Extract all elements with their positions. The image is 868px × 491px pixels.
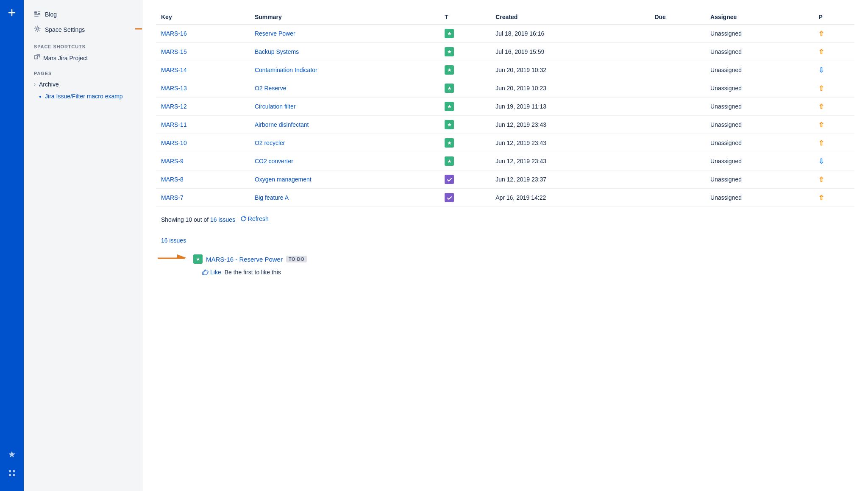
space-shortcuts-title: SPACE SHORTCUTS	[24, 37, 142, 52]
cell-created: Apr 16, 2019 14:22	[490, 189, 649, 207]
refresh-button[interactable]: Refresh	[240, 215, 269, 222]
issues-table-section: Key Summary T Created Due Assignee P MAR…	[156, 10, 854, 223]
cell-assignee: Unassigned	[705, 24, 813, 43]
sidebar-item-jira-filter[interactable]: ● Jira Issue/Filter macro examp	[24, 90, 142, 102]
arrow-annotation-2	[156, 252, 190, 266]
table-row: MARS-14Contamination IndicatorJun 20, 20…	[156, 61, 854, 79]
arrow-annotation-1	[134, 23, 142, 36]
cell-assignee: Unassigned	[705, 152, 813, 170]
summary-link[interactable]: Airborne disinfectant	[255, 121, 309, 128]
like-button[interactable]: Like	[202, 269, 221, 276]
single-issue-key: MARS-16	[206, 256, 234, 263]
cell-created: Jun 19, 2019 11:13	[490, 98, 649, 116]
cell-key: MARS-13	[156, 79, 250, 98]
key-link[interactable]: MARS-13	[161, 85, 187, 92]
cell-key: MARS-15	[156, 43, 250, 61]
type-icon	[445, 193, 454, 202]
cell-assignee: Unassigned	[705, 116, 813, 134]
cell-summary: Airborne disinfectant	[250, 116, 440, 134]
like-label: Like	[210, 269, 221, 276]
table-row: MARS-11Airborne disinfectantJun 12, 2019…	[156, 116, 854, 134]
type-icon	[445, 47, 454, 56]
refresh-separator	[237, 216, 239, 223]
blog-label: Blog	[45, 11, 57, 18]
key-link[interactable]: MARS-15	[161, 48, 187, 55]
chevron-icon: ›	[34, 81, 36, 87]
summary-link[interactable]: CO2 converter	[255, 158, 293, 165]
like-section: Like Be the first to like this	[197, 267, 854, 277]
cell-type	[440, 189, 490, 207]
issues-count-link[interactable]: 16 issues	[210, 216, 235, 223]
key-link[interactable]: MARS-14	[161, 67, 187, 73]
summary-link[interactable]: Oxygen management	[255, 176, 312, 183]
summary-link[interactable]: Circulation filter	[255, 103, 295, 110]
summary-link[interactable]: Reserve Power	[255, 30, 295, 37]
showing-text: Showing 10 out of 16 issues Refresh	[156, 210, 854, 223]
sidebar-item-archive[interactable]: › Archive	[24, 78, 142, 90]
priority-icon: ⇧	[818, 103, 824, 110]
key-link[interactable]: MARS-9	[161, 158, 184, 165]
cell-key: MARS-16	[156, 24, 250, 43]
issues-count-large-link[interactable]: 16 issues	[156, 235, 191, 246]
key-link[interactable]: MARS-10	[161, 139, 187, 146]
summary-link[interactable]: Contamination Indicator	[255, 67, 317, 73]
type-icon	[445, 102, 454, 111]
cell-created: Jun 12, 2019 23:43	[490, 152, 649, 170]
cell-summary: Contamination Indicator	[250, 61, 440, 79]
cell-type	[440, 43, 490, 61]
cell-key: MARS-12	[156, 98, 250, 116]
cell-summary: Backup Systems	[250, 43, 440, 61]
add-button[interactable]	[4, 5, 19, 20]
key-link[interactable]: MARS-8	[161, 176, 184, 183]
cell-created: Jun 12, 2019 23:43	[490, 116, 649, 134]
priority-icon: ⇧	[818, 48, 824, 56]
cell-key: MARS-14	[156, 61, 250, 79]
key-link[interactable]: MARS-16	[161, 30, 187, 37]
svg-rect-5	[13, 474, 15, 476]
cell-assignee: Unassigned	[705, 98, 813, 116]
cell-key: MARS-10	[156, 134, 250, 152]
key-link[interactable]: MARS-12	[161, 103, 187, 110]
summary-link[interactable]: Backup Systems	[255, 48, 299, 55]
summary-link[interactable]: Big feature A	[255, 194, 289, 201]
cell-created: Jul 18, 2019 16:16	[490, 24, 649, 43]
table-row: MARS-7Big feature AApr 16, 2019 14:22Una…	[156, 189, 854, 207]
cell-priority: ⇧	[813, 134, 854, 152]
table-row: MARS-15Backup SystemsJul 16, 2019 15:59U…	[156, 43, 854, 61]
svg-rect-7	[38, 11, 40, 12]
col-key: Key	[156, 10, 250, 24]
sidebar-item-mars-jira[interactable]: Mars Jira Project	[24, 52, 142, 64]
cell-summary: Big feature A	[250, 189, 440, 207]
cell-type	[440, 152, 490, 170]
arrow-svg-2	[156, 252, 190, 264]
summary-link[interactable]: O2 recycler	[255, 139, 285, 146]
single-issue-row: MARS-16 - Reserve Power TO DO	[193, 251, 312, 267]
single-issue-link[interactable]: MARS-16 - Reserve Power	[206, 256, 283, 263]
type-icon	[445, 120, 454, 129]
key-link[interactable]: MARS-7	[161, 194, 184, 201]
bookmark-icon[interactable]	[4, 447, 19, 462]
sidebar-item-blog[interactable]: Blog	[27, 7, 139, 22]
table-row: MARS-9CO2 converterJun 12, 2019 23:43Una…	[156, 152, 854, 170]
cell-due	[649, 189, 705, 207]
col-summary: Summary	[250, 10, 440, 24]
priority-icon: ⇧	[818, 194, 824, 201]
grid-icon[interactable]	[4, 466, 19, 481]
main-wrapper: Key Summary T Created Due Assignee P MAR…	[142, 0, 868, 491]
sidebar-item-space-settings[interactable]: Space Settings	[27, 22, 139, 37]
summary-link[interactable]: O2 Reserve	[255, 85, 287, 92]
cell-due	[649, 170, 705, 189]
key-link[interactable]: MARS-11	[161, 121, 187, 128]
cell-priority: ⇧	[813, 170, 854, 189]
col-priority: P	[813, 10, 854, 24]
cell-created: Jun 20, 2019 10:32	[490, 61, 649, 79]
page-link-label: Jira Issue/Filter macro examp	[45, 93, 123, 100]
priority-icon: ⇩	[818, 67, 824, 74]
cell-priority: ⇧	[813, 43, 854, 61]
table-row: MARS-10O2 recyclerJun 12, 2019 23:43Unas…	[156, 134, 854, 152]
cell-type	[440, 98, 490, 116]
showing-label: Showing 10 out of	[161, 216, 210, 223]
cell-priority: ⇧	[813, 116, 854, 134]
cell-priority: ⇩	[813, 152, 854, 170]
cell-created: Jul 16, 2019 15:59	[490, 43, 649, 61]
